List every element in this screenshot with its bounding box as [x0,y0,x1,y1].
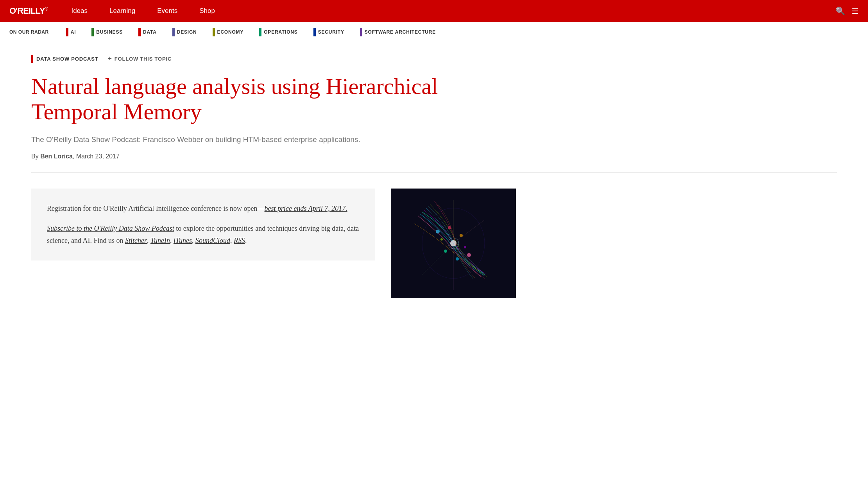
svg-point-11 [456,257,459,260]
stitcher-link[interactable]: Stitcher [125,237,147,244]
rss-link[interactable]: RSS [234,237,245,244]
article-sidebar [391,189,516,298]
nav-links: Ideas Learning Events Shop [60,0,836,22]
radar-bar: ON OUR RADAR AI BUSINESS DATA DESIGN ECO… [0,22,868,42]
radar-label: ON OUR RADAR [9,29,49,35]
design-label: DESIGN [177,29,197,35]
ai-dot [66,28,68,36]
callout-paragraph-1: Registration for the O'Reilly Artificial… [47,203,360,215]
tunein-link[interactable]: TuneIn [150,237,170,244]
svg-point-5 [467,253,471,257]
nav-events[interactable]: Events [146,0,188,22]
operations-dot [259,28,261,36]
callout-paragraph-2: Subscribe to the O'Reilly Data Show Podc… [47,223,360,246]
business-label: BUSINESS [96,29,123,35]
security-dot [313,28,316,36]
neural-network-svg [391,189,516,298]
nav-shop[interactable]: Shop [188,0,226,22]
svg-point-4 [436,230,440,234]
radar-topic-business[interactable]: BUSINESS [84,22,131,42]
article-body: Registration for the O'Reilly Artificial… [0,189,547,298]
topic-tag-link[interactable]: DATA SHOW PODCAST [31,55,98,63]
software-arch-dot [360,28,362,36]
article-header: DATA SHOW PODCAST + FOLLOW THIS TOPIC Na… [0,42,547,160]
article-callout: Registration for the O'Reilly Artificial… [31,189,375,260]
article-title: Natural language analysis using Hierarch… [31,74,500,125]
svg-point-10 [448,226,451,229]
podcast-subscribe-link[interactable]: Subscribe to the O'Reilly Data Show Podc… [47,225,174,232]
topic-tag-bar [31,55,33,63]
radar-topic-operations[interactable]: OPERATIONS [251,22,305,42]
radar-topic-security[interactable]: SECURITY [306,22,352,42]
business-dot [91,28,94,36]
article-byline: By Ben Lorica, March 23, 2017 [31,153,516,160]
nav-right: 🔍 ☰ [836,6,859,16]
operations-label: OPERATIONS [264,29,297,35]
svg-point-9 [464,246,466,248]
ai-label: AI [71,29,76,35]
nav-bar: O'REILLY® Ideas Learning Events Shop 🔍 ☰ [0,0,868,22]
callout-text-1: Registration for the O'Reilly Artificial… [47,205,265,212]
radar-topic-ai[interactable]: AI [58,22,84,42]
nav-learning[interactable]: Learning [98,0,146,22]
logo[interactable]: O'REILLY® [9,6,48,16]
follow-topic-button[interactable]: + FOLLOW THIS TOPIC [108,55,172,63]
author-link[interactable]: Ben Lorica [40,153,73,160]
svg-point-8 [440,238,443,241]
nav-ideas[interactable]: Ideas [60,0,98,22]
plus-icon: + [108,55,112,63]
topic-tag-text: DATA SHOW PODCAST [36,56,98,62]
follow-topic-label: FOLLOW THIS TOPIC [115,56,172,62]
article-main: Registration for the O'Reilly Artificial… [31,189,375,298]
security-label: SECURITY [318,29,344,35]
callout-end: . [245,237,247,244]
data-label: DATA [143,29,157,35]
radar-topic-software-arch[interactable]: SOFTWARE ARCHITECTURE [352,22,444,42]
radar-topics: AI BUSINESS DATA DESIGN ECONOMY OPERATIO… [58,22,444,42]
sidebar-image [391,189,516,298]
design-dot [172,28,175,36]
software-arch-label: SOFTWARE ARCHITECTURE [365,29,436,35]
callout-link-1[interactable]: best price ends April 7, 2017. [265,205,347,212]
search-icon[interactable]: 🔍 [836,6,845,16]
article-date: March 23, 2017 [76,153,120,160]
itunes-link[interactable]: iTunes [174,237,192,244]
radar-topic-data[interactable]: DATA [131,22,165,42]
topic-tag-row: DATA SHOW PODCAST + FOLLOW THIS TOPIC [31,55,516,63]
article-subtitle: The O'Reilly Data Show Podcast: Francisc… [31,134,383,146]
user-icon[interactable]: ☰ [852,6,859,16]
soundcloud-link[interactable]: SoundCloud [195,237,230,244]
radar-topic-economy[interactable]: ECONOMY [205,22,252,42]
data-dot [138,28,141,36]
radar-topic-design[interactable]: DESIGN [165,22,205,42]
byline-by: By [31,153,39,160]
article-divider [31,172,837,173]
economy-label: ECONOMY [217,29,244,35]
logo-reg: ® [45,6,48,12]
economy-dot [213,28,215,36]
